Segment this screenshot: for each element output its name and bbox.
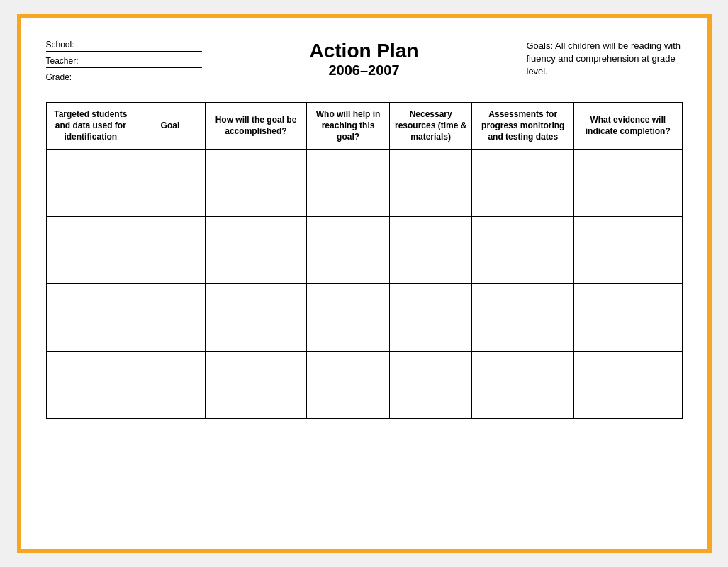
page-title: Action Plan bbox=[202, 40, 527, 62]
table-row bbox=[46, 351, 682, 418]
table-cell[interactable] bbox=[135, 216, 206, 284]
table-row bbox=[46, 284, 682, 351]
table-cell[interactable] bbox=[472, 149, 574, 216]
table-cell[interactable] bbox=[205, 351, 307, 418]
page-subtitle: 2006–2007 bbox=[202, 62, 527, 79]
table-row bbox=[46, 149, 682, 216]
school-line: School: bbox=[46, 40, 202, 52]
teacher-label: Teacher: bbox=[46, 56, 79, 66]
table-cell[interactable] bbox=[573, 216, 682, 284]
col-header-5: Necessary resources (time & materials) bbox=[389, 103, 472, 150]
col-header-1: Targeted students and data used for iden… bbox=[46, 103, 135, 150]
table-cell[interactable] bbox=[307, 149, 390, 216]
table-cell[interactable] bbox=[205, 284, 307, 351]
table-cell[interactable] bbox=[573, 351, 682, 418]
header-section: School: Teacher: Grade: Action Plan 2006… bbox=[46, 40, 683, 84]
table-cell[interactable] bbox=[135, 351, 206, 418]
table-row bbox=[46, 216, 682, 284]
table-cell[interactable] bbox=[472, 284, 574, 351]
col-header-4: Who will help in reaching this goal? bbox=[307, 103, 390, 150]
col-header-6: Assessments for progress monitoring and … bbox=[472, 103, 574, 150]
table-cell[interactable] bbox=[573, 284, 682, 351]
table-cell[interactable] bbox=[205, 149, 307, 216]
table-cell[interactable] bbox=[307, 351, 390, 418]
table-cell[interactable] bbox=[472, 351, 574, 418]
goals-section: Goals: All children will be reading with… bbox=[527, 40, 683, 79]
table-cell[interactable] bbox=[307, 284, 390, 351]
title-section: Action Plan 2006–2007 bbox=[202, 40, 527, 79]
table-header-row: Targeted students and data used for iden… bbox=[46, 103, 682, 150]
school-label: School: bbox=[46, 40, 74, 50]
action-plan-table: Targeted students and data used for iden… bbox=[46, 102, 683, 419]
table-cell[interactable] bbox=[46, 216, 135, 284]
table-cell[interactable] bbox=[573, 149, 682, 216]
grade-line: Grade: bbox=[46, 72, 174, 84]
table-cell[interactable] bbox=[389, 351, 472, 418]
table-cell[interactable] bbox=[205, 216, 307, 284]
table-cell[interactable] bbox=[389, 284, 472, 351]
col-header-7: What evidence will indicate completion? bbox=[573, 103, 682, 150]
table-cell[interactable] bbox=[46, 284, 135, 351]
table-cell[interactable] bbox=[46, 351, 135, 418]
grade-label: Grade: bbox=[46, 72, 72, 82]
page-container: School: Teacher: Grade: Action Plan 2006… bbox=[17, 14, 712, 553]
goals-text: Goals: All children will be reading with… bbox=[527, 40, 681, 77]
table-cell[interactable] bbox=[135, 284, 206, 351]
school-info: School: Teacher: Grade: bbox=[46, 40, 202, 84]
teacher-line: Teacher: bbox=[46, 56, 202, 68]
col-header-3: How will the goal be accomplished? bbox=[205, 103, 307, 150]
table-wrapper: Targeted students and data used for iden… bbox=[46, 102, 683, 419]
table-cell[interactable] bbox=[135, 149, 206, 216]
table-cell[interactable] bbox=[389, 216, 472, 284]
col-header-2: Goal bbox=[135, 103, 206, 150]
table-cell[interactable] bbox=[46, 149, 135, 216]
table-cell[interactable] bbox=[389, 149, 472, 216]
table-cell[interactable] bbox=[307, 216, 390, 284]
table-cell[interactable] bbox=[472, 216, 574, 284]
